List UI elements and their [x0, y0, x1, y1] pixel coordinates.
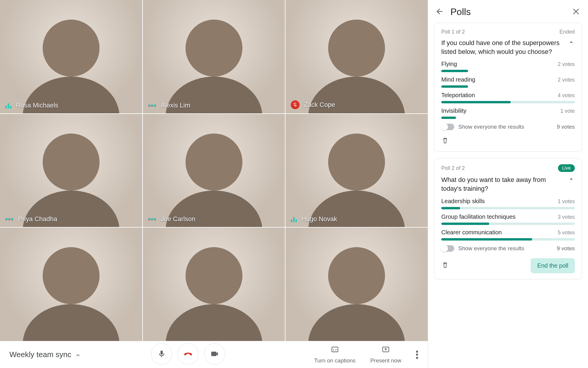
poll-option-votes: 5 votes: [558, 230, 575, 236]
poll-option: Mind reading2 votes: [441, 76, 575, 88]
svg-point-11: [43, 133, 99, 190]
poll-card: Poll 2 of 2LiveWhat do you want to take …: [434, 158, 582, 279]
speaking-indicator-icon: [291, 216, 297, 222]
meeting-title-text: Weekly team sync: [9, 350, 71, 359]
present-button[interactable]: Present now: [370, 345, 401, 364]
participant-name-row: •••Priya Chadha: [5, 215, 57, 223]
poll-option: Teleportation4 votes: [441, 92, 575, 103]
svg-point-2: [43, 20, 99, 77]
muted-icon: [291, 100, 300, 109]
poll-option-bar: [441, 238, 575, 241]
poll-option: Group facilitation techniques3 votes: [441, 213, 575, 225]
participant-tile[interactable]: [0, 228, 142, 341]
participant-name-row: Zack Cope: [291, 100, 335, 109]
back-button[interactable]: [435, 7, 444, 17]
participant-name: Alexis Lim: [161, 102, 190, 109]
poll-option-votes: 4 votes: [558, 92, 575, 99]
poll-option: Leadership skills1 votes: [441, 198, 575, 209]
participant-name: Priya Chadha: [18, 215, 57, 223]
show-results-label: Show everyone the results: [458, 245, 524, 252]
end-poll-button[interactable]: End the poll: [531, 258, 575, 273]
poll-option-label: Group facilitation techniques: [441, 213, 515, 220]
participant-name-row: •••Alexis Lim: [148, 102, 190, 109]
poll-option-label: Clearer communication: [441, 229, 502, 236]
captions-button[interactable]: Turn on captions: [314, 345, 356, 364]
poll-option-votes: 3 votes: [558, 214, 575, 220]
participant-name: Zack Cope: [304, 101, 335, 109]
poll-option-label: Teleportation: [441, 92, 475, 99]
poll-option-votes: 1 vote: [560, 108, 575, 114]
hangup-button[interactable]: [177, 343, 198, 364]
show-results-label: Show everyone the results: [458, 124, 524, 130]
poll-question: If you could have one of the superpowers…: [441, 39, 564, 56]
participant-tile[interactable]: •••Priya Chadha: [0, 114, 142, 227]
participant-tile[interactable]: [143, 228, 285, 341]
participant-name-row: Rosa Michaels: [5, 102, 58, 109]
captions-label: Turn on captions: [314, 357, 356, 364]
participant-name: Rosa Michaels: [16, 102, 58, 109]
idle-indicator-icon: •••: [148, 102, 157, 109]
poll-option-votes: 1 votes: [558, 198, 575, 205]
poll-option-bar: [441, 70, 575, 72]
idle-indicator-icon: •••: [148, 216, 157, 222]
poll-total-votes: 9 votes: [557, 245, 575, 252]
poll-total-votes: 9 votes: [557, 124, 575, 130]
participant-tile[interactable]: Hugo Novak: [285, 114, 428, 227]
participant-tile[interactable]: •••Joe Carlson: [143, 114, 285, 227]
poll-option: Clearer communication5 votes: [441, 229, 575, 241]
collapse-button[interactable]: [568, 175, 575, 184]
poll-option: Invisibility1 vote: [441, 107, 575, 119]
poll-card: Poll 1 of 2EndedIf you could have one of…: [434, 23, 582, 152]
call-controls: [151, 343, 225, 364]
svg-point-26: [328, 247, 385, 304]
more-options-button[interactable]: [416, 351, 418, 359]
show-results-toggle[interactable]: [441, 245, 454, 252]
show-results-toggle[interactable]: [441, 124, 454, 130]
poll-option-label: Flying: [441, 61, 457, 67]
collapse-button[interactable]: [568, 39, 575, 47]
participant-name-row: Hugo Novak: [291, 215, 337, 223]
poll-index: Poll 2 of 2: [441, 165, 465, 171]
camera-button[interactable]: [204, 343, 225, 364]
polls-panel: Polls Poll 1 of 2EndedIf you could have …: [428, 0, 588, 368]
svg-point-14: [186, 133, 242, 190]
poll-option-votes: 2 votes: [558, 77, 575, 83]
participant-name: Hugo Novak: [301, 215, 337, 223]
delete-poll-button[interactable]: [441, 137, 449, 145]
mute-button[interactable]: [151, 343, 172, 364]
idle-indicator-icon: •••: [5, 216, 14, 222]
svg-point-8: [328, 20, 385, 77]
panel-title: Polls: [450, 6, 566, 17]
poll-option-bar: [441, 207, 575, 209]
svg-point-17: [328, 133, 385, 190]
poll-option-bar: [441, 223, 575, 225]
participant-tile[interactable]: Zack Cope: [285, 0, 428, 113]
video-grid: Rosa Michaels •••Alexis Lim Zack Cope ••…: [0, 0, 428, 341]
svg-point-20: [43, 247, 99, 304]
svg-rect-27: [332, 347, 338, 352]
poll-option-label: Leadership skills: [441, 198, 485, 205]
poll-option-bar: [441, 85, 575, 88]
chevron-up-icon: [75, 352, 81, 358]
participant-tile[interactable]: •••Alexis Lim: [143, 0, 285, 113]
poll-status: Ended: [559, 29, 575, 35]
captions-icon: [331, 345, 339, 355]
poll-option-label: Invisibility: [441, 107, 467, 114]
poll-option-bar: [441, 117, 575, 119]
poll-question: What do you want to take away from today…: [441, 175, 564, 193]
close-button[interactable]: [572, 7, 581, 17]
present-label: Present now: [370, 357, 401, 364]
poll-option-bar: [441, 101, 575, 103]
svg-point-23: [186, 247, 242, 304]
delete-poll-button[interactable]: [441, 261, 449, 270]
participant-tile[interactable]: [285, 228, 428, 341]
present-icon: [382, 345, 390, 355]
speaking-indicator-icon: [5, 102, 12, 109]
bottom-bar: Weekly team sync: [0, 341, 428, 368]
poll-option-label: Mind reading: [441, 76, 475, 83]
participant-name-row: •••Joe Carlson: [148, 215, 196, 223]
poll-option: Flying2 votes: [441, 61, 575, 72]
poll-index: Poll 1 of 2: [441, 29, 465, 35]
participant-tile[interactable]: Rosa Michaels: [0, 0, 142, 113]
participant-name: Joe Carlson: [161, 215, 195, 223]
